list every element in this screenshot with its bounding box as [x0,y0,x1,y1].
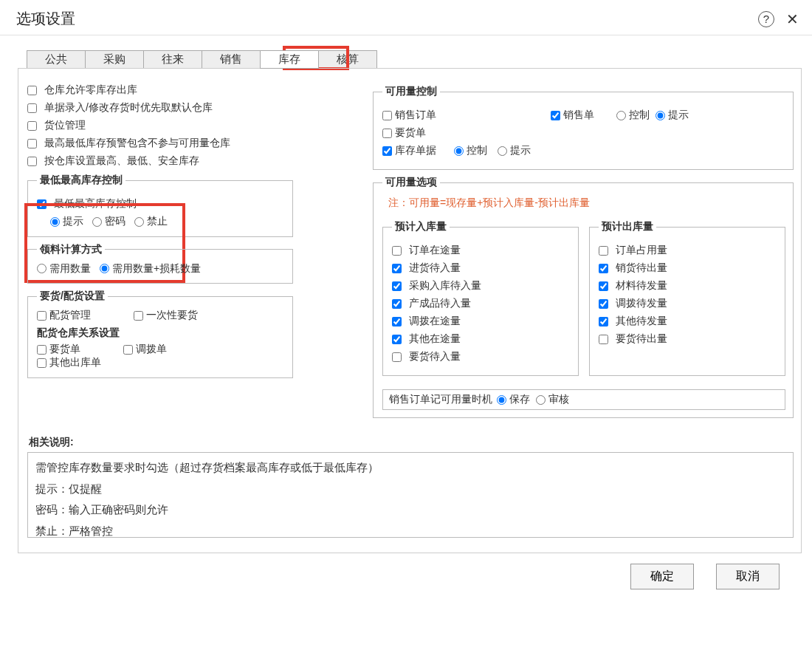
lbl-stock-control: 最低最高库存控制 [54,197,137,211]
lbl-sc-forbid: 禁止 [147,215,168,228]
in-cb-4[interactable] [392,317,402,326]
cb-onetime[interactable] [134,311,143,321]
rd-sd-hint[interactable] [498,146,507,156]
rd-sd-ctrl[interactable] [454,146,464,156]
legend-expected-out: 预计出库量 [599,220,656,233]
fs-dist: 要货/配货设置 配货管理 一次性要货 配货仓库关系设置 要货单 调拨单 其他出库… [27,290,293,378]
subtitle-dist-rel: 配货仓库关系设置 [37,326,285,340]
in-lbl-3: 产成品待入量 [409,297,471,310]
explain-line: 需管控库存数量要求时勾选（超过存货档案最高库存或低于最低库存） [35,457,785,479]
in-lbl-4: 调拨在途量 [409,315,461,328]
lbl-per-wh-limits: 按仓库设置最高、最低、安全库存 [44,154,199,168]
in-cb-3[interactable] [392,299,402,309]
fs-avail-options: 可用量选项 注：可用量=现存量+预计入库量-预计出库量 预计入库量 订单在途量进… [373,176,794,418]
in-cb-0[interactable] [392,246,402,256]
explain-box[interactable]: 需管控库存数量要求时勾选（超过存货档案最高库存或低于最低库存）提示：仅提醒密码：… [27,452,794,538]
lbl-stock-doc: 库存单据 [395,144,436,157]
legend-avail-control: 可用量控制 [382,85,440,98]
cancel-button[interactable]: 取消 [716,564,780,589]
tab-public[interactable]: 公共 [27,50,86,69]
cb-stock-doc[interactable] [382,146,392,156]
window-title: 选项设置 [16,9,75,29]
cb-diaobo[interactable] [123,345,133,355]
in-cb-2[interactable] [392,281,402,291]
rd-sc-forbid[interactable] [134,217,144,227]
lbl-pc-qty: 需用数量 [49,262,91,276]
cb-per-wh-limits[interactable] [27,157,37,166]
in-lbl-5: 其他在途量 [409,332,461,346]
cb-req-order[interactable] [382,129,392,138]
cb-stock-control[interactable] [37,199,47,209]
out-lbl-3: 调拨待发量 [616,297,667,310]
lbl-sc-hint: 提示 [63,215,83,228]
lbl-diaobo: 调拨单 [136,343,167,356]
help-icon[interactable]: ? [758,11,774,27]
out-cb-2[interactable] [599,281,608,291]
in-cb-1[interactable] [392,264,402,273]
explain-line: 提示：仅提醒 [35,479,785,500]
timing-label: 销售订单记可用量时机 [389,393,492,406]
lbl-sd-ctrl: 控制 [467,144,487,157]
rd-timing-audit[interactable] [536,395,546,405]
rd-pc-qty-loss[interactable] [100,264,109,273]
rd-sc-pwd[interactable] [92,217,102,227]
legend-avail-options: 可用量选项 [382,176,440,189]
in-lbl-0: 订单在途量 [409,244,461,257]
explain-label: 相关说明: [29,436,794,449]
lbl-sc-pwd: 密码 [105,215,125,228]
rd-ss-hint[interactable] [656,111,665,120]
tab-accounting[interactable]: 核算 [318,50,377,69]
tab-inventory[interactable]: 库存 [260,50,319,69]
close-icon[interactable]: ✕ [786,10,799,28]
in-lbl-6: 要货待入量 [409,350,461,363]
fs-expected-out: 预计出库量 订单占用量销货待出量材料待发量调拨待发量其他待发量要货待出量 [589,220,785,376]
fs-expected-in: 预计入库量 订单在途量进货待入量采购入库待入量产成品待入量调拨在途量其他在途量要… [382,220,579,376]
lbl-req-order: 要货单 [395,126,426,140]
cb-sales-order[interactable] [382,111,392,120]
lbl-default-wh: 单据录入/修改存货时优先取默认仓库 [44,101,213,114]
legend-expected-in: 预计入库量 [392,220,450,233]
lbl-alert-include: 最高最低库存预警包含不参与可用量仓库 [44,137,230,150]
out-cb-5[interactable] [599,335,608,344]
cb-yaohuo[interactable] [37,345,47,355]
legend-pick-calc: 领料计算方式 [37,243,105,256]
out-lbl-2: 材料待发量 [616,279,667,293]
cb-other-out[interactable] [37,358,47,368]
rd-timing-save[interactable] [497,395,506,405]
out-lbl-1: 销货待出量 [616,261,667,275]
lbl-zero-stock: 仓库允许零库存出库 [44,83,137,97]
lbl-sales-order: 销售订单 [395,109,436,122]
out-cb-1[interactable] [599,264,608,273]
cb-zero-stock[interactable] [27,86,37,95]
ok-button[interactable]: 确定 [630,564,694,589]
tab-往来[interactable]: 往来 [143,50,202,69]
out-cb-3[interactable] [599,299,608,309]
lbl-ss-ctrl: 控制 [629,109,650,122]
in-cb-5[interactable] [392,335,402,344]
lbl-yaohuo: 要货单 [49,343,80,356]
rd-ss-ctrl[interactable] [616,111,626,120]
fs-stock-control: 最低最高库存控制 最低最高库存控制 提示 密码 禁止 [27,174,293,237]
cb-default-wh[interactable] [27,103,37,113]
lbl-bin-mgmt: 货位管理 [44,119,86,132]
in-lbl-2: 采购入库待入量 [409,279,481,293]
rd-pc-qty[interactable] [37,264,47,273]
legend-stock-control: 最低最高库存控制 [37,174,125,187]
cb-alert-include[interactable] [27,139,37,148]
lbl-pc-qty-loss: 需用数量+损耗数量 [112,262,201,276]
in-cb-6[interactable] [392,352,402,362]
tabs-row: 公共 采购 往来 销售 库存 核算 [27,50,802,69]
cb-bin-mgmt[interactable] [27,121,37,131]
lbl-sd-hint: 提示 [510,144,531,157]
cb-dist-mgmt[interactable] [37,311,47,321]
cb-sales-slip[interactable] [551,111,560,120]
rd-sc-hint[interactable] [50,217,60,227]
out-lbl-4: 其他待发量 [616,315,667,328]
explain-line: 密码：输入正确密码则允许 [35,499,785,521]
tab-purchase[interactable]: 采购 [85,50,144,69]
out-cb-0[interactable] [599,246,608,256]
out-cb-4[interactable] [599,317,608,326]
lbl-other-out: 其他出库单 [49,356,101,369]
tab-sales[interactable]: 销售 [202,50,261,69]
avail-formula-note: 注：可用量=现存量+预计入库量-预计出库量 [388,196,785,210]
